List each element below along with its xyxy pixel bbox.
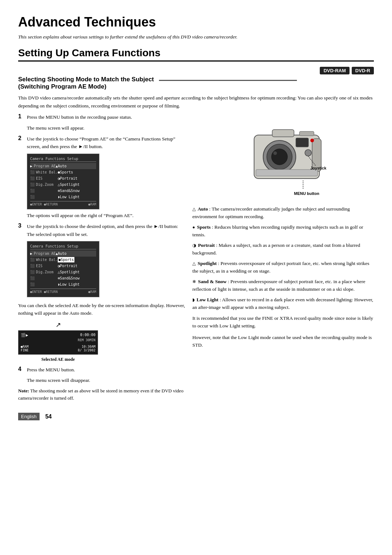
menu-footer-2: ●ENTER ●RETURN ●RAM bbox=[30, 289, 96, 295]
bullet-spotlight: △ Spotlight : Prevents overexposure of s… bbox=[192, 260, 374, 275]
menu-screen2-row-1: ▶Program AE▲Auto bbox=[30, 250, 96, 257]
selected-ae-label: Selected AE mode bbox=[41, 357, 75, 362]
menu-screen2-row-4: ⬛Dig.Zoom△Spotlight bbox=[30, 269, 96, 275]
subsection-title-line1: Selecting Shooting Mode to Match the Sub… bbox=[18, 76, 154, 83]
step-3-content: Use the joystick to choose the desired o… bbox=[27, 223, 185, 238]
bullet-sand-snow: ❄ Sand & Snow : Prevents underexposure o… bbox=[192, 278, 374, 293]
note-label: Note: bbox=[18, 388, 29, 393]
low-light-note: It is recommended that you use the FINE … bbox=[192, 314, 374, 330]
menu-screen-2-title: Camera Functions Setup bbox=[30, 244, 96, 249]
auto-term: Auto bbox=[197, 206, 208, 212]
sports-term: Sports bbox=[197, 224, 211, 230]
step-2-content: Use the joystick to choose “Program AE” … bbox=[27, 135, 185, 151]
left-column: 1 Press the MENU button in the recording… bbox=[18, 113, 185, 402]
menu-screen2-row-3: ⬛EIS◑Portrait bbox=[30, 263, 96, 269]
sports-desc: : Reduces blurring when recording rapidl… bbox=[192, 224, 363, 237]
screen-datetime: 10:30AM8/ 3/2002 bbox=[78, 345, 95, 352]
options-appear-text: The options will appear on the right of … bbox=[27, 212, 185, 220]
spotlight-term: Spotlight bbox=[197, 261, 217, 266]
camera-illustration-area: MENU button Joystick bbox=[192, 113, 374, 202]
menu-footer-right-2: ●RAM bbox=[88, 290, 96, 295]
svg-point-4 bbox=[273, 151, 277, 155]
low-light-desc: : Allows user to record in a dark place … bbox=[192, 297, 373, 310]
screen-quality: ●RAMFINE bbox=[21, 345, 29, 352]
body-paragraph: This DVD video camera/recorder automatic… bbox=[18, 94, 374, 110]
page-title: Advanced Techniques bbox=[18, 15, 374, 30]
svg-rect-5 bbox=[272, 130, 294, 137]
step-2: 2 Use the joystick to choose “Program AE… bbox=[18, 135, 185, 151]
low-light-term: Low Light bbox=[196, 297, 218, 302]
menu-row-lowlight: ⬛◗Low Light bbox=[30, 194, 96, 200]
right-column: MENU button Joystick △ Auto : The camera… bbox=[192, 113, 374, 402]
step-1-sub: The menu screen will appear. bbox=[27, 124, 185, 132]
subsection-header: Selecting Shooting Mode to Match the Sub… bbox=[18, 76, 374, 90]
ae-check-text: You can check the selected AE mode by th… bbox=[18, 302, 185, 317]
menu-screen-1: Camera Functions Setup ▶Program AE▲Auto … bbox=[27, 154, 99, 210]
page-footer: English 54 bbox=[18, 413, 374, 420]
low-light-icon: ◗ bbox=[192, 297, 195, 302]
intro-text: This section explains about various sett… bbox=[18, 33, 374, 41]
portrait-term: Portrait bbox=[198, 242, 215, 248]
menu-footer-1: ●ENTER ●RETURN ●RAM bbox=[30, 201, 96, 207]
svg-rect-8 bbox=[256, 170, 318, 176]
step-1-number: 1 bbox=[18, 113, 25, 120]
screen-bottom: ●RAMFINE 10:30AM8/ 3/2002 bbox=[21, 345, 95, 352]
auto-icon: △ bbox=[192, 207, 196, 212]
note-text: Note: The shooting mode set as above wil… bbox=[18, 387, 185, 402]
note-content: The shooting mode set as above will be s… bbox=[18, 388, 183, 401]
menu-screen-1-title: Camera Functions Setup bbox=[30, 156, 96, 162]
spotlight-desc: : Prevents overexposure of subject portr… bbox=[192, 261, 369, 274]
page-number: 54 bbox=[45, 413, 52, 420]
screen-icons-left: 🎬▶ bbox=[21, 333, 28, 338]
subsection-title-line2: (Switching Program AE Mode) bbox=[18, 83, 297, 90]
bullet-sports: ● Sports : Reduces blurring when recordi… bbox=[192, 224, 374, 239]
bullet-low-light: ◗ Low Light : Allows user to record in a… bbox=[192, 296, 374, 311]
portrait-icon: ◑ bbox=[192, 243, 196, 248]
step-4-content: Press the MENU button. bbox=[27, 366, 185, 374]
bullet-auto: △ Auto : The camera/recorder automatical… bbox=[192, 205, 374, 221]
svg-rect-6 bbox=[299, 131, 314, 136]
screen-display-area: ↗ 🎬▶ 0:00:00 REM 30MIN ●RAMFINE 10:30AM8… bbox=[18, 321, 185, 362]
low-light-note2: However, note that the Low Light mode ca… bbox=[192, 334, 374, 349]
sand-snow-icon: ❄ bbox=[192, 279, 196, 284]
menu-row-sandsnow: ⬛❄Sand&Snow bbox=[30, 188, 96, 194]
section-title: Setting Up Camera Functions bbox=[18, 47, 374, 62]
step-3-number: 3 bbox=[18, 223, 25, 229]
screen-time-display: 0:00:00 bbox=[80, 333, 95, 338]
menu-screen2-row-5: ⬛❄Sand&Snow bbox=[30, 275, 96, 281]
dvd-r-badge: DVD-R bbox=[352, 67, 374, 74]
svg-rect-10 bbox=[296, 138, 309, 147]
step-4-sub: The menu screen will disappear. bbox=[27, 376, 185, 384]
sports-icon: ● bbox=[192, 225, 195, 230]
menu-footer-left-2: ●ENTER ●RETURN bbox=[30, 290, 58, 295]
step-1-content: Press the MENU button in the recording p… bbox=[27, 113, 185, 121]
step-1: 1 Press the MENU button in the recording… bbox=[18, 113, 185, 121]
joystick-label-svg: Joystick bbox=[310, 166, 327, 170]
step-2-number: 2 bbox=[18, 135, 25, 142]
svg-rect-12 bbox=[305, 150, 311, 156]
menu-screen-2: Camera Functions Setup ▶Program AE▲Auto … bbox=[27, 241, 99, 297]
dvd-badges-row: DVD-RAM DVD-R bbox=[18, 67, 374, 74]
two-col-layout: 1 Press the MENU button in the recording… bbox=[18, 113, 374, 402]
menu-screen2-row-2: ⬛White Bal.●Sports bbox=[30, 257, 96, 263]
menu-footer-right-1: ●RAM bbox=[88, 202, 96, 207]
menu-footer-left-1: ●ENTER ●RETURN bbox=[30, 202, 58, 207]
step-4: 4 Press the MENU button. bbox=[18, 366, 185, 374]
spotlight-icon: △ bbox=[192, 261, 196, 266]
menu-button-label-svg: MENU button bbox=[294, 191, 319, 196]
menu-row-sports: ⬛White Bal.●Sports bbox=[30, 169, 96, 175]
auto-desc: : The camera/recorder automatically judg… bbox=[192, 206, 350, 219]
menu-row-eis: ⬛EIS◑Portrait bbox=[30, 175, 96, 181]
ae-screen-display: 🎬▶ 0:00:00 REM 30MIN ●RAMFINE 10:30AM8/ … bbox=[18, 330, 98, 355]
dvd-ram-badge: DVD-RAM bbox=[320, 67, 349, 74]
language-badge: English bbox=[18, 413, 40, 420]
step-3: 3 Use the joystick to choose the desired… bbox=[18, 223, 185, 238]
menu-screen2-row-6: ⬛◗Low Light bbox=[30, 281, 96, 287]
camera-illustration: MENU button Joystick bbox=[232, 113, 334, 200]
svg-point-9 bbox=[310, 139, 314, 142]
menu-row-digzoom: ⬛Dig.Zoom△Spotlight bbox=[30, 181, 96, 188]
portrait-desc: : Makes a subject, such as a person or a… bbox=[192, 242, 360, 256]
subsection-rule bbox=[159, 80, 297, 81]
bullet-list: △ Auto : The camera/recorder automatical… bbox=[192, 205, 374, 349]
step-4-number: 4 bbox=[18, 366, 25, 372]
